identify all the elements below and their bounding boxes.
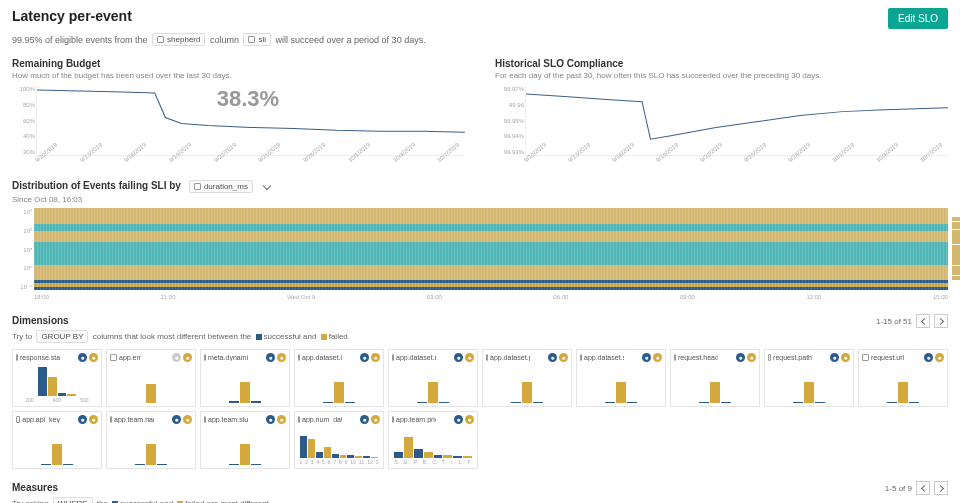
card-chart: [580, 364, 662, 403]
dimension-card[interactable]: app.team.slug●●: [200, 411, 290, 469]
compliance-yaxis: 99.97%99.9699.95%99.94%99.93%: [496, 86, 524, 155]
card-chart: [486, 364, 568, 403]
field-icon: [486, 354, 488, 361]
target-icon[interactable]: ●: [642, 353, 651, 362]
dimension-card[interactable]: request.url●●: [858, 349, 948, 407]
heatmap-xaxis: 18:0021:00Wed Oct 903:0006:0009:0012:001…: [34, 294, 948, 300]
target-icon[interactable]: ●: [89, 353, 98, 362]
card-label: app.dataset.id: [302, 354, 342, 361]
dimension-card[interactable]: app.dataset.na…●●: [388, 349, 478, 407]
dimension-card[interactable]: response.statu…●●200400500: [12, 349, 102, 407]
dimension-card[interactable]: app.team.name●●: [106, 411, 196, 469]
field-icon: [674, 354, 676, 361]
card-chart: [392, 364, 474, 403]
dimension-card[interactable]: app.dataset.sl…●●: [576, 349, 666, 407]
target-icon[interactable]: ●: [736, 353, 745, 362]
target-icon[interactable]: ●: [172, 353, 181, 362]
budget-title: Remaining Budget: [12, 58, 465, 69]
target-icon[interactable]: ●: [559, 353, 568, 362]
sli-tag[interactable]: sli: [243, 33, 271, 46]
card-chart: [392, 426, 474, 458]
dimension-card[interactable]: meta.dynamic_s…●●: [200, 349, 290, 407]
field-icon: [392, 416, 394, 423]
measures-hint: Try asking WHERE the successful and fail…: [12, 497, 948, 503]
dimension-card[interactable]: app.err●●: [106, 349, 196, 407]
dimension-card[interactable]: app.team.prici…●●S.E.P.B.C.T.I.L.F.: [388, 411, 478, 469]
card-label: app.api_key: [22, 416, 60, 423]
dimension-card[interactable]: app.dataset.id●●: [294, 349, 384, 407]
target-icon[interactable]: ●: [78, 415, 87, 424]
field-icon: [204, 354, 206, 361]
target-icon[interactable]: ●: [371, 353, 380, 362]
card-label: app.dataset.pa…: [490, 354, 530, 361]
successful-swatch: [256, 334, 262, 340]
target-icon[interactable]: ●: [935, 353, 944, 362]
groupby-tag[interactable]: GROUP BY: [36, 330, 88, 343]
compliance-xaxis: 9/10/20199/13/20199/16/20199/19/20199/22…: [525, 158, 948, 164]
dimension-card[interactable]: app.dataset.pa…●●: [482, 349, 572, 407]
target-icon[interactable]: ●: [371, 415, 380, 424]
measures-next-button[interactable]: [934, 481, 948, 495]
target-icon[interactable]: ●: [89, 415, 98, 424]
where-tag[interactable]: WHERE: [53, 497, 93, 503]
target-icon[interactable]: ●: [277, 353, 286, 362]
field-icon: [194, 183, 201, 190]
heatmap-title: Distribution of Events failing SLI by: [12, 180, 181, 191]
heatmap-field-tag[interactable]: duration_ms: [189, 180, 253, 193]
failed-swatch: [321, 334, 327, 340]
heatmap-chart[interactable]: [34, 208, 948, 290]
card-label: request.path: [773, 354, 812, 361]
target-icon[interactable]: ●: [924, 353, 933, 362]
target-icon[interactable]: ●: [830, 353, 839, 362]
field-icon: [298, 354, 300, 361]
target-icon[interactable]: ●: [266, 415, 275, 424]
field-icon: [862, 354, 869, 361]
edit-slo-button[interactable]: Edit SLO: [888, 8, 948, 29]
field-icon: [110, 416, 112, 423]
card-chart: [298, 364, 380, 403]
target-icon[interactable]: ●: [266, 353, 275, 362]
target-icon[interactable]: ●: [465, 353, 474, 362]
sli-icon: [248, 36, 255, 43]
target-icon[interactable]: ●: [78, 353, 87, 362]
target-icon[interactable]: ●: [360, 353, 369, 362]
target-icon[interactable]: ●: [548, 353, 557, 362]
card-chart: [16, 426, 98, 465]
target-icon[interactable]: ●: [360, 415, 369, 424]
chevron-down-icon[interactable]: [261, 181, 273, 193]
card-chart: [862, 364, 944, 403]
budget-percentage: 38.3%: [217, 86, 279, 112]
column-tag[interactable]: shepherd: [152, 33, 205, 46]
heatmap-timerange: Since Oct 08, 16:03: [12, 195, 948, 204]
field-icon: [392, 354, 394, 361]
card-label: app.dataset.sl…: [584, 354, 624, 361]
card-chart: [110, 426, 192, 465]
target-icon[interactable]: ●: [183, 415, 192, 424]
target-icon[interactable]: ●: [183, 353, 192, 362]
card-label: app.err: [119, 354, 141, 361]
target-icon[interactable]: ●: [454, 415, 463, 424]
card-chart: [768, 364, 850, 403]
dimensions-pager: 1-15 of 51: [876, 314, 948, 328]
dimension-card[interactable]: app.api_key●●: [12, 411, 102, 469]
field-icon: [298, 416, 300, 423]
target-icon[interactable]: ●: [172, 415, 181, 424]
heatmap-histogram: [952, 216, 960, 282]
target-icon[interactable]: ●: [465, 415, 474, 424]
card-chart: [204, 364, 286, 403]
target-icon[interactable]: ●: [841, 353, 850, 362]
target-icon[interactable]: ●: [653, 353, 662, 362]
target-icon[interactable]: ●: [454, 353, 463, 362]
budget-subtitle: How much of the budget has been used ove…: [12, 71, 465, 80]
dimensions-prev-button[interactable]: [916, 314, 930, 328]
dimension-card[interactable]: request.header…●●: [670, 349, 760, 407]
target-icon[interactable]: ●: [747, 353, 756, 362]
card-label: app.team.name: [114, 416, 154, 423]
card-label: app.num_dataso…: [302, 416, 342, 423]
dimension-card[interactable]: app.num_dataso…●●1234567891011123: [294, 411, 384, 469]
target-icon[interactable]: ●: [277, 415, 286, 424]
dimensions-next-button[interactable]: [934, 314, 948, 328]
dimension-card[interactable]: request.path●●: [764, 349, 854, 407]
measures-prev-button[interactable]: [916, 481, 930, 495]
compliance-panel: Historical SLO Compliance For each day o…: [495, 58, 948, 164]
